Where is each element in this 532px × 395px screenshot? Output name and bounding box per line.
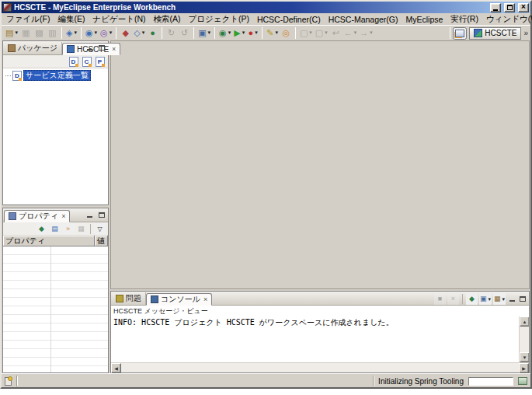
perspective-label: HCSCTE (485, 29, 516, 37)
menu-file[interactable]: ファイル(F) (2, 13, 54, 26)
dropdown-arrow-icon: ▾ (325, 30, 328, 36)
menu-hcsc-definer[interactable]: HCSC-Definer(C) (253, 14, 325, 25)
status-progress-bar (468, 377, 513, 386)
back-button[interactable]: ← ▾ (342, 26, 359, 40)
prev-annotation-button[interactable]: ▢ ▾ (314, 26, 329, 40)
open-resource-button[interactable]: ◇ ▾ (132, 26, 146, 40)
toolbar-glyph-icon: ▦ (22, 29, 30, 37)
minimize-view-icon (87, 49, 92, 51)
menu-myeclipse[interactable]: MyEclipse (402, 14, 447, 25)
definition-doc-icon: D (69, 57, 78, 67)
window-maximize-button[interactable] (504, 3, 515, 12)
tab-close-icon[interactable]: × (111, 45, 116, 53)
perspective-hcscte-button[interactable]: HCSCTE (469, 27, 521, 40)
definer-d-button[interactable]: D (68, 56, 79, 68)
menu-navigate[interactable]: ナビゲート(N) (89, 13, 149, 26)
tab-properties[interactable]: プロパティ × (4, 210, 70, 222)
properties-tool-icon: ▦ (78, 225, 85, 232)
new-class-wizard-button[interactable]: ◉ ▾ (84, 26, 99, 40)
dropdown-arrow-icon: ▾ (354, 30, 357, 36)
menu-run[interactable]: 実行(R) (447, 13, 482, 26)
toolbar-separator (193, 27, 194, 39)
tab-problems[interactable]: 問題 (112, 292, 146, 305)
dropdown-arrow-icon: ▾ (502, 296, 505, 302)
pin-console-button[interactable]: ◆ (466, 293, 478, 305)
sync-button[interactable]: ↺ (178, 26, 191, 40)
scroll-down-icon[interactable]: ▼ (520, 352, 529, 362)
refresh-button[interactable]: ↻ (165, 26, 178, 40)
scroll-up-icon[interactable]: ▲ (520, 316, 529, 327)
toolbar-glyph-icon: ◎ (283, 29, 290, 37)
console-vertical-scrollbar[interactable]: ▲ ▼ (519, 316, 529, 362)
next-annotation-button[interactable]: ▢ ▾ (298, 26, 314, 40)
console-tool-icon: ◆ (469, 295, 475, 302)
definer-c-button[interactable]: C (81, 56, 92, 68)
new-interface-wizard-button[interactable]: ◎ ▾ (99, 26, 113, 40)
tab-console[interactable]: コンソール × (146, 293, 212, 306)
column-header[interactable]: 値 (95, 236, 108, 246)
dropdown-arrow-icon: ▾ (309, 30, 312, 36)
toolbar-glyph-icon: ▢ (300, 29, 308, 37)
show-advanced-properties-button[interactable]: » (62, 223, 74, 235)
save-all-button[interactable]: ▩ (33, 26, 46, 40)
window-close-button[interactable]: × (518, 3, 529, 12)
console-horizontal-scrollbar[interactable]: ◀ ▶ (111, 362, 529, 372)
minimize-view-button[interactable] (507, 295, 516, 303)
maximize-view-button[interactable] (97, 44, 106, 52)
profile-button[interactable]: ● ▾ (246, 26, 259, 40)
minimize-view-button[interactable] (85, 44, 94, 52)
maximize-view-button[interactable] (518, 295, 527, 303)
menu-window[interactable]: ウィンドウ(W) (482, 13, 532, 26)
dropdown-arrow-icon: ▾ (275, 30, 278, 36)
remove-launch-button[interactable]: × (447, 293, 459, 305)
new-wizard-button[interactable]: ▤ ▾ (4, 26, 19, 40)
minimize-view-button[interactable] (85, 211, 94, 219)
last-edit-location-button[interactable]: ↩ (329, 26, 342, 40)
toolbar-glyph-icon: ◉ (85, 29, 93, 37)
dropdown-arrow-icon: ▾ (255, 30, 258, 36)
tree-item-service-definition-list[interactable]: D サービス定義一覧 (3, 70, 108, 81)
forward-button[interactable]: → ▾ (358, 26, 374, 40)
tab-package-explorer[interactable]: パッケージ (4, 42, 62, 54)
menu-hcsc-manager[interactable]: HCSC-Manager(G) (325, 14, 402, 25)
menu-search[interactable]: 検索(A) (149, 13, 184, 26)
scroll-right-icon[interactable]: ▶ (519, 363, 529, 373)
tab-close-icon[interactable]: × (61, 212, 65, 220)
tab-close-icon[interactable]: × (203, 295, 207, 303)
save-button[interactable]: ▦ (19, 26, 33, 40)
web-browser-button[interactable]: ● (146, 26, 159, 40)
menu-project[interactable]: プロジェクト(P) (184, 13, 252, 26)
properties-view: プロパティ × ◆ (2, 208, 109, 373)
open-console-button[interactable]: ▦ ▾ (493, 293, 506, 305)
column-header[interactable]: プロパティ (3, 236, 95, 246)
external-tools-button[interactable]: ◉ ▾ (217, 26, 232, 40)
progress-view-icon[interactable] (518, 377, 527, 385)
window-minimize-button[interactable] (490, 3, 501, 12)
hcscte-explorer-view: パッケージ HCSCTE × (2, 40, 109, 205)
server-monitor-button[interactable]: ▣ ▾ (196, 26, 212, 40)
definition-doc-icon: C (82, 57, 92, 67)
help-button[interactable]: ◎ (280, 26, 293, 40)
hcscte-view-icon (67, 45, 75, 53)
console-subtitle: HCSCTE メッセージ・ビュー (111, 306, 529, 316)
definer-p-button[interactable]: P (94, 56, 106, 68)
pin-to-selection-button[interactable]: ◆ (36, 223, 47, 235)
terminate-button[interactable]: ■ (434, 293, 446, 305)
run-button[interactable]: ▶ ▾ (232, 26, 246, 40)
open-perspective-button[interactable] (453, 27, 467, 40)
open-type-button[interactable]: ◆ (119, 26, 132, 40)
maximize-view-button[interactable] (97, 211, 106, 219)
explorer-tabrow: パッケージ HCSCTE × (3, 41, 108, 55)
scroll-left-icon[interactable]: ◀ (111, 363, 121, 373)
mark-occurrences-button[interactable]: ✎ ▾ (265, 26, 280, 40)
view-menu-button[interactable]: ▽ (94, 223, 106, 235)
show-categories-button[interactable]: ▤ (49, 223, 61, 235)
menu-edit[interactable]: 編集(E) (54, 13, 89, 26)
display-selected-console-button[interactable]: ▣ ▾ (479, 293, 492, 305)
restore-default-value-button[interactable]: ▦ (75, 223, 87, 235)
minimize-icon (493, 9, 498, 11)
toolbar-overflow-chevron[interactable]: » (523, 29, 529, 37)
properties-icon (9, 212, 16, 220)
print-button[interactable]: ▥ (46, 26, 59, 40)
new-hcsc-definition-button[interactable]: ◈ ▾ (64, 26, 78, 40)
